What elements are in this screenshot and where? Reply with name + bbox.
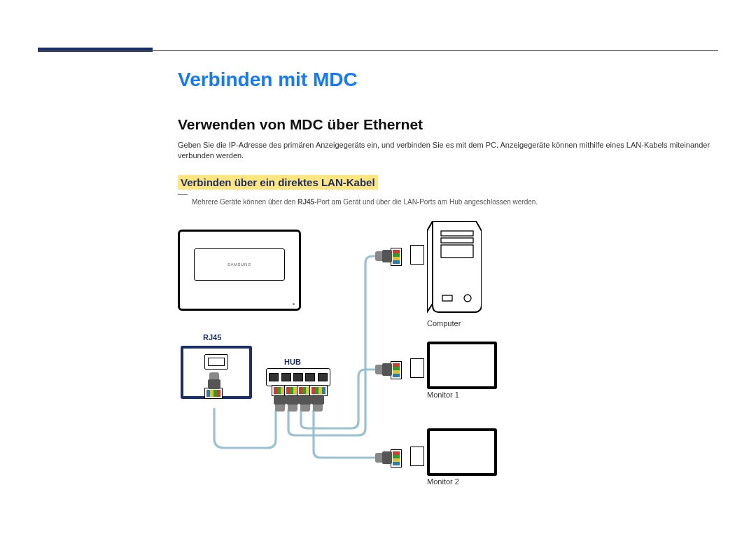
ethernet-plug-hub <box>309 385 326 410</box>
main-display-front: SAMSUNG <box>178 230 301 311</box>
network-hub <box>266 368 330 386</box>
header-rule <box>38 50 718 51</box>
intro-paragraph: Geben Sie die IP-Adresse des primären An… <box>178 140 718 162</box>
monitor1-label: Monitor 1 <box>427 391 459 399</box>
ethernet-plug-monitor1 <box>377 361 402 378</box>
hub-port-icon <box>281 373 291 381</box>
port-box <box>410 447 424 466</box>
hub-port-icon <box>318 373 328 381</box>
rj45-port-icon <box>204 354 228 370</box>
page-root: Verbinden mit MDC Verwenden von MDC über… <box>0 0 756 534</box>
computer-label: Computer <box>427 319 461 328</box>
power-led-icon <box>293 303 295 305</box>
monitor-1-icon <box>427 342 497 389</box>
port-box <box>410 245 424 265</box>
ethernet-plug-computer <box>377 248 402 265</box>
hub-port-icon <box>293 373 303 381</box>
note-bold: RJ45 <box>298 198 314 206</box>
display-inner-screen: SAMSUNG <box>194 248 285 281</box>
hub-label: HUB <box>284 358 301 366</box>
hub-port-icon <box>269 373 279 381</box>
section-title: Verbinden mit MDC <box>178 69 358 91</box>
highlighted-subheading: Verbinden über ein direktes LAN-Kabel <box>178 175 378 190</box>
monitor2-label: Monitor 2 <box>427 477 459 486</box>
ethernet-plug-display <box>206 374 223 399</box>
note-prefix: Mehrere Geräte können über den <box>192 198 298 206</box>
sub-title: Verwenden von MDC über Ethernet <box>178 116 423 133</box>
monitor-2-icon <box>427 428 497 476</box>
header-accent-bar <box>38 48 153 52</box>
computer-tower-icon <box>427 221 482 314</box>
note-text: Mehrere Geräte können über den RJ45-Port… <box>192 198 538 206</box>
ethernet-plug-monitor2 <box>377 449 402 466</box>
rj45-label: RJ45 <box>203 333 221 342</box>
note-dash-icon <box>178 194 188 195</box>
hub-port-icon <box>305 373 315 381</box>
connection-diagram: SAMSUNG RJ45 HUB <box>178 221 542 515</box>
note-suffix: -Port am Gerät und über die LAN-Ports am… <box>314 198 538 206</box>
brand-logo-text: SAMSUNG <box>227 262 251 267</box>
port-box <box>410 358 424 378</box>
